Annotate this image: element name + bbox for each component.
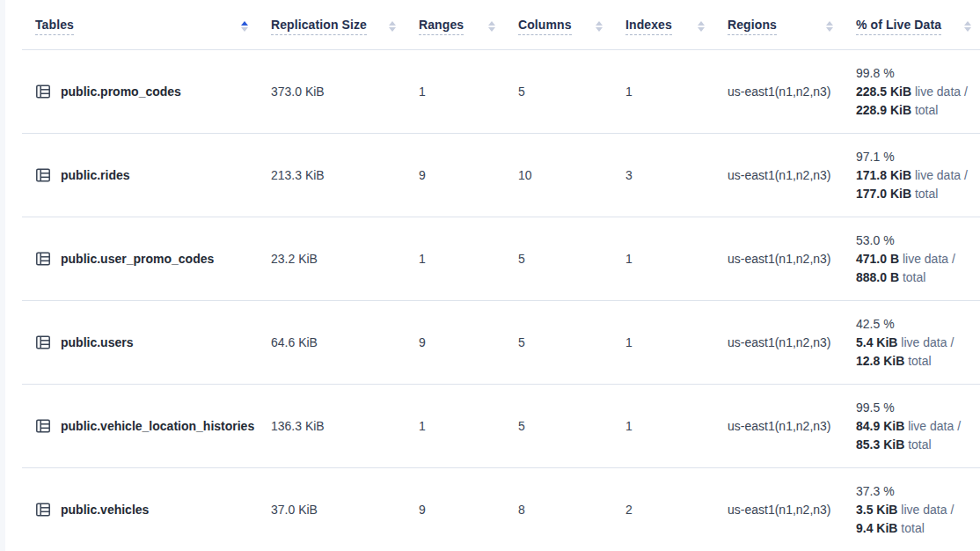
columns-cell: 5 xyxy=(518,50,625,133)
column-header-regions[interactable]: Regions xyxy=(728,0,856,49)
indexes-cell: 1 xyxy=(625,301,728,384)
column-header-indexes[interactable]: Indexes xyxy=(625,0,728,49)
column-header-label: Indexes xyxy=(625,18,672,35)
live-data-cell: 99.8 % 228.5 KiB live data / 228.9 KiB t… xyxy=(856,50,980,133)
total-size-line: 12.8 KiB total xyxy=(856,352,932,371)
table-name-link[interactable]: public.user_promo_codes xyxy=(22,217,271,300)
indexes-cell: 2 xyxy=(625,468,728,551)
sort-arrows-icon xyxy=(596,21,603,32)
live-data-percent: 99.8 % xyxy=(856,64,895,83)
table-row: public.vehicles 37.0 KiB 9 8 2 us-east1(… xyxy=(22,468,980,551)
table-name-link[interactable]: public.users xyxy=(22,301,271,384)
columns-cell: 8 xyxy=(518,468,625,551)
live-data-size-line: 228.5 KiB live data / xyxy=(856,83,968,101)
live-data-size-line: 471.0 B live data / xyxy=(856,250,955,268)
live-data-percent: 99.5 % xyxy=(856,399,895,417)
regions-cell: us-east1(n1,n2,n3) xyxy=(728,134,856,217)
column-header-tables[interactable]: Tables xyxy=(22,0,271,49)
table-icon xyxy=(35,502,51,518)
column-header-replication-size[interactable]: Replication Size xyxy=(271,0,419,49)
live-data-size-line: 84.9 KiB live data / xyxy=(856,417,961,436)
live-data-cell: 99.5 % 84.9 KiB live data / 85.3 KiB tot… xyxy=(856,385,980,467)
table-name-link[interactable]: public.rides xyxy=(22,134,271,217)
sort-arrows-icon xyxy=(826,21,833,32)
live-data-size-line: 171.8 KiB live data / xyxy=(856,166,968,185)
total-size-line: 85.3 KiB total xyxy=(856,436,932,454)
table-icon xyxy=(35,84,51,99)
live-data-cell: 37.3 % 3.5 KiB live data / 9.4 KiB total xyxy=(856,468,980,551)
total-size-line: 177.0 KiB total xyxy=(856,185,938,203)
live-data-percent: 37.3 % xyxy=(856,482,895,501)
column-header-label: Replication Size xyxy=(271,18,367,35)
live-data-cell: 97.1 % 171.8 KiB live data / 177.0 KiB t… xyxy=(856,134,980,217)
replication-size-cell: 37.0 KiB xyxy=(271,468,419,551)
sort-arrows-icon xyxy=(964,21,971,32)
sort-arrows-icon xyxy=(488,21,495,32)
table-icon xyxy=(35,334,51,350)
column-header-label: % of Live Data xyxy=(856,18,941,35)
ranges-cell: 9 xyxy=(419,468,518,551)
ranges-cell: 1 xyxy=(419,385,518,467)
page-left-gutter xyxy=(0,0,5,551)
ranges-cell: 9 xyxy=(419,134,518,217)
regions-cell: us-east1(n1,n2,n3) xyxy=(728,217,856,300)
live-data-percent: 97.1 % xyxy=(856,148,895,166)
sort-arrows-icon xyxy=(698,21,705,32)
ranges-cell: 9 xyxy=(419,301,518,384)
replication-size-cell: 23.2 KiB xyxy=(271,217,419,300)
indexes-cell: 1 xyxy=(625,217,728,300)
table-header-row: Tables Replication Size Ranges Columns I… xyxy=(22,0,980,50)
column-header-label: Tables xyxy=(35,18,74,35)
replication-size-cell: 64.6 KiB xyxy=(271,301,419,384)
live-data-cell: 53.0 % 471.0 B live data / 888.0 B total xyxy=(856,217,980,300)
columns-cell: 5 xyxy=(518,217,625,300)
column-header-ranges[interactable]: Ranges xyxy=(419,0,518,49)
columns-cell: 10 xyxy=(518,134,625,217)
ranges-cell: 1 xyxy=(419,50,518,133)
live-data-percent: 53.0 % xyxy=(856,231,895,250)
ranges-cell: 1 xyxy=(419,217,518,300)
live-data-size-line: 5.4 KiB live data / xyxy=(856,334,954,352)
total-size-line: 228.9 KiB total xyxy=(856,101,938,120)
regions-cell: us-east1(n1,n2,n3) xyxy=(728,468,856,551)
regions-cell: us-east1(n1,n2,n3) xyxy=(728,301,856,384)
column-header-live-data[interactable]: % of Live Data xyxy=(856,0,980,49)
table-name: public.vehicles xyxy=(61,503,149,517)
table-name: public.promo_codes xyxy=(61,84,181,99)
column-header-columns[interactable]: Columns xyxy=(518,0,625,49)
columns-cell: 5 xyxy=(518,301,625,384)
sort-arrows-icon xyxy=(389,21,396,32)
live-data-percent: 42.5 % xyxy=(856,315,895,334)
table-name: public.users xyxy=(61,335,133,349)
replication-size-cell: 373.0 KiB xyxy=(271,50,419,133)
table-row: public.rides 213.3 KiB 9 10 3 us-east1(n… xyxy=(22,134,980,217)
table-row: public.users 64.6 KiB 9 5 1 us-east1(n1,… xyxy=(22,301,980,385)
table-name: public.rides xyxy=(61,168,130,182)
table-icon xyxy=(35,167,51,183)
sort-arrows-icon xyxy=(241,21,248,32)
table-body: public.promo_codes 373.0 KiB 1 5 1 us-ea… xyxy=(22,50,980,551)
indexes-cell: 1 xyxy=(625,50,728,133)
columns-cell: 5 xyxy=(518,385,625,467)
table-row: public.promo_codes 373.0 KiB 1 5 1 us-ea… xyxy=(22,50,980,134)
live-data-cell: 42.5 % 5.4 KiB live data / 12.8 KiB tota… xyxy=(856,301,980,384)
table-row: public.vehicle_location_histories 136.3 … xyxy=(22,385,980,468)
replication-size-cell: 213.3 KiB xyxy=(271,134,419,217)
table-name-link[interactable]: public.vehicle_location_histories xyxy=(22,385,271,467)
table-icon xyxy=(35,251,51,267)
table-name: public.user_promo_codes xyxy=(61,252,214,266)
table-row: public.user_promo_codes 23.2 KiB 1 5 1 u… xyxy=(22,217,980,301)
column-header-label: Columns xyxy=(518,18,572,35)
table-icon xyxy=(35,418,51,434)
column-header-label: Ranges xyxy=(419,18,464,35)
total-size-line: 888.0 B total xyxy=(856,268,925,287)
regions-cell: us-east1(n1,n2,n3) xyxy=(728,50,856,133)
table-name-link[interactable]: public.promo_codes xyxy=(22,50,271,133)
indexes-cell: 1 xyxy=(625,385,728,467)
column-header-label: Regions xyxy=(728,18,777,35)
tables-list: Tables Replication Size Ranges Columns I… xyxy=(22,0,980,551)
table-name: public.vehicle_location_histories xyxy=(61,419,254,433)
table-name-link[interactable]: public.vehicles xyxy=(22,468,271,551)
live-data-size-line: 3.5 KiB live data / xyxy=(856,501,954,519)
total-size-line: 9.4 KiB total xyxy=(856,519,925,538)
